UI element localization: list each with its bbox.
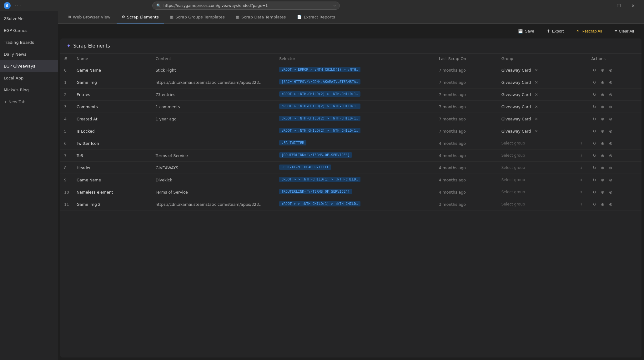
select-group-dropdown[interactable]: Select group⬍ <box>501 153 584 158</box>
group-cell[interactable]: Giveaway Card✕ <box>498 89 588 101</box>
refresh-icon[interactable]: ↻ <box>591 189 597 195</box>
new-tab-button[interactable]: + New Tab <box>0 97 58 107</box>
stop-icon[interactable]: ⊗ <box>607 140 614 146</box>
group-cell[interactable]: Giveaway Card✕ <box>498 64 588 76</box>
group-cell[interactable]: Giveaway Card✕ <box>498 113 588 125</box>
tab-scrap-data-templates[interactable]: ▦ Scrap Data Templates <box>231 11 291 23</box>
sidebar-item-mickys-blog[interactable]: Micky's Blog ✕ <box>0 84 58 96</box>
refresh-icon[interactable]: ↻ <box>591 104 597 110</box>
chevron-icon: ⬍ <box>580 178 584 182</box>
group-cell[interactable]: Select group⬍ <box>498 186 588 198</box>
select-group-dropdown[interactable]: Select group⬍ <box>501 141 584 145</box>
refresh-icon[interactable]: ↻ <box>591 91 597 98</box>
stop-icon[interactable]: ⊗ <box>607 189 614 195</box>
search-icon: 🔍 <box>156 3 161 8</box>
last-scrap-on: 7 months ago <box>435 113 498 125</box>
stop-icon[interactable]: ⊗ <box>607 91 614 98</box>
add-icon[interactable]: ⊕ <box>599 128 606 134</box>
stop-icon[interactable]: ⊗ <box>607 104 614 110</box>
restore-button[interactable]: ❐ <box>611 0 626 11</box>
add-icon[interactable]: ⊕ <box>599 165 606 171</box>
select-group-dropdown[interactable]: Select group⬍ <box>501 202 584 206</box>
add-icon[interactable]: ⊕ <box>599 104 606 110</box>
remove-group-button[interactable]: ✕ <box>533 129 540 134</box>
add-icon[interactable]: ⊕ <box>599 116 606 122</box>
tab-web-browser-view[interactable]: ⊞ Web Browser View <box>63 11 115 23</box>
sidebar-item-trading-boards[interactable]: Trading Boards ✕ <box>0 36 58 48</box>
stop-icon[interactable]: ⊗ <box>607 67 614 73</box>
tab-scrap-elements[interactable]: ⚙ Scrap Elements <box>117 11 164 23</box>
sidebar-item-daily-news[interactable]: Daily News ✕ <box>0 48 58 60</box>
url-bar[interactable]: 🔍 https://easygameprices.com/giveaways/e… <box>152 2 340 10</box>
export-button[interactable]: ⬆ Export <box>543 27 568 35</box>
add-icon[interactable]: ⊕ <box>599 189 606 195</box>
tab-scrap-groups-templates[interactable]: ▦ Scrap Groups Templates <box>165 11 230 23</box>
close-button[interactable]: ✕ <box>626 0 640 11</box>
refresh-icon[interactable]: ↻ <box>591 128 597 134</box>
sidebar-item-egp-games[interactable]: EGP Games ✕ <box>0 24 58 36</box>
refresh-icon[interactable]: ↻ <box>591 140 597 146</box>
refresh-icon[interactable]: ↻ <box>591 67 597 73</box>
stop-icon[interactable]: ⊗ <box>607 165 614 171</box>
minimize-button[interactable]: — <box>597 0 611 11</box>
refresh-icon[interactable]: ↻ <box>591 79 597 85</box>
refresh-icon[interactable]: ↻ <box>591 177 597 183</box>
refresh-icon[interactable]: ↻ <box>591 201 597 207</box>
last-scrap-on: 7 months ago <box>435 89 498 101</box>
group-name: Giveaway Card <box>501 129 531 134</box>
group-cell[interactable]: Select group⬍ <box>498 162 588 174</box>
add-icon[interactable]: ⊕ <box>599 91 606 98</box>
group-cell[interactable]: Select group⬍ <box>498 174 588 186</box>
stop-icon[interactable]: ⊗ <box>607 152 614 159</box>
element-name: Created At <box>73 113 152 125</box>
navigate-forward-icon[interactable]: → <box>333 3 336 8</box>
remove-group-button[interactable]: ✕ <box>533 80 540 85</box>
add-icon[interactable]: ⊕ <box>599 177 606 183</box>
add-icon[interactable]: ⊕ <box>599 79 606 85</box>
remove-group-button[interactable]: ✕ <box>533 68 540 73</box>
refresh-icon[interactable]: ↻ <box>591 165 597 171</box>
sidebar-item-local-app[interactable]: Local App ✕ <box>0 72 58 84</box>
url-text: https://easygameprices.com/giveaways/end… <box>164 3 330 8</box>
stop-icon[interactable]: ⊗ <box>607 128 614 134</box>
stop-icon[interactable]: ⊗ <box>607 177 614 183</box>
add-icon[interactable]: ⊕ <box>599 140 606 146</box>
sidebar-item-label: Micky's Blog <box>4 88 48 92</box>
select-group-dropdown[interactable]: Select group⬍ <box>501 178 584 182</box>
last-scrap-on: 7 months ago <box>435 101 498 113</box>
group-cell[interactable]: Select group⬍ <box>498 198 588 210</box>
last-scrap-on: 3 months ago <box>435 198 498 210</box>
add-icon[interactable]: ⊕ <box>599 152 606 159</box>
stop-icon[interactable]: ⊗ <box>607 79 614 85</box>
remove-group-button[interactable]: ✕ <box>533 92 540 97</box>
select-group-label: Select group <box>501 141 525 145</box>
main-layout: 2SolveMe ✕ EGP Games ✕ Trading Boards ✕ … <box>0 11 644 360</box>
save-button[interactable]: 💾 Save <box>514 27 538 35</box>
window-controls: — ❐ ✕ <box>597 0 640 11</box>
sidebar-item-label: Local App <box>4 76 48 80</box>
add-icon[interactable]: ⊕ <box>599 201 606 207</box>
rescrap-all-button[interactable]: ↻ Rescrap All <box>572 27 606 35</box>
clear-all-button[interactable]: ≡ Clear All <box>611 27 638 35</box>
refresh-icon[interactable]: ↻ <box>591 116 597 122</box>
sidebar-item-egp-giveaways[interactable]: EGP Giveaways ✕ <box>0 60 58 72</box>
remove-group-button[interactable]: ✕ <box>533 117 540 121</box>
stop-icon[interactable]: ⊗ <box>607 201 614 207</box>
select-group-dropdown[interactable]: Select group⬍ <box>501 190 584 194</box>
group-cell[interactable]: Giveaway Card✕ <box>498 76 588 89</box>
actions-cell: ↻ ⊕ ⊗ <box>587 64 641 76</box>
menu-dots[interactable]: ··· <box>14 3 22 9</box>
stop-icon[interactable]: ⊗ <box>607 116 614 122</box>
tab-extract-reports[interactable]: 📄 Extract Reports <box>292 11 340 23</box>
sidebar-item-label: Daily News <box>4 52 48 57</box>
sidebar-item-2solveme[interactable]: 2SolveMe ✕ <box>0 13 58 24</box>
group-cell[interactable]: Select group⬍ <box>498 137 588 150</box>
group-cell[interactable]: Giveaway Card✕ <box>498 101 588 113</box>
element-name: Entries <box>73 89 152 101</box>
select-group-dropdown[interactable]: Select group⬍ <box>501 165 584 170</box>
group-cell[interactable]: Select group⬍ <box>498 150 588 162</box>
refresh-icon[interactable]: ↻ <box>591 152 597 159</box>
remove-group-button[interactable]: ✕ <box>533 104 540 109</box>
add-icon[interactable]: ⊕ <box>599 67 606 73</box>
group-cell[interactable]: Giveaway Card✕ <box>498 125 588 137</box>
